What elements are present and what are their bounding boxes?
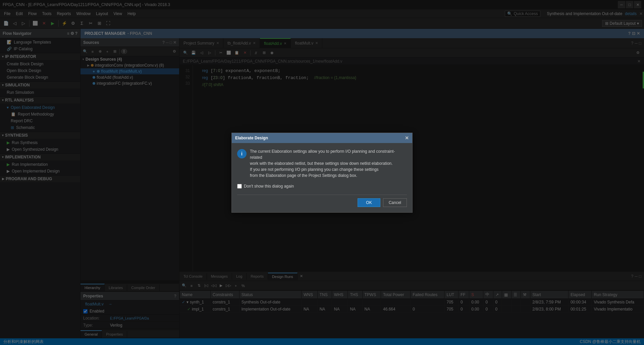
modal-info-icon: i: [237, 149, 247, 158]
modal-close-icon[interactable]: ✕: [405, 135, 409, 141]
modal-line4: from the Elaboration page of the Project…: [250, 173, 357, 178]
modal-header: Elaborate Design ✕: [232, 133, 412, 143]
modal-buttons: OK Cancel: [237, 195, 407, 207]
modal-title: Elaborate Design: [235, 136, 268, 140]
modal-body: i The current Elaboration settings allow…: [232, 143, 412, 212]
modal-line2: work with the elaborated netlist, but th…: [250, 161, 393, 166]
elaborate-design-dialog: Elaborate Design ✕ i The current Elabora…: [231, 133, 413, 213]
modal-ok-button[interactable]: OK: [358, 198, 380, 207]
modal-checkbox-row: Don't show this dialog again: [237, 183, 407, 189]
modal-info-row: i The current Elaboration settings allow…: [237, 148, 407, 179]
modal-message-text: The current Elaboration settings allow y…: [250, 148, 407, 179]
modal-line3: If you are not performing I/O pin planni…: [250, 167, 379, 172]
modal-cancel-button[interactable]: Cancel: [383, 198, 407, 207]
dont-show-checkbox[interactable]: [237, 184, 242, 189]
modal-line1: The current Elaboration settings allow y…: [250, 149, 395, 160]
modal-overlay[interactable]: Elaborate Design ✕ i The current Elabora…: [0, 0, 644, 345]
dont-show-label: Don't show this dialog again: [244, 184, 294, 189]
